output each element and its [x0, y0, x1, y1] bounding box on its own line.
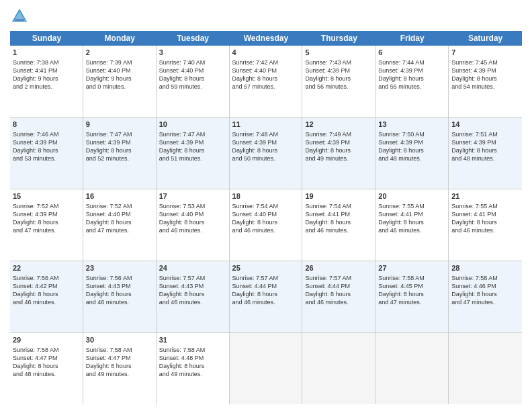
day-info: and 59 minutes.	[159, 83, 226, 91]
day-info: Sunrise: 7:38 AM	[13, 58, 80, 66]
day-info: Sunrise: 7:54 AM	[232, 202, 300, 210]
day-info: Sunset: 4:43 PM	[159, 282, 226, 290]
day-info: and 54 minutes.	[451, 83, 519, 91]
day-29: 29Sunrise: 7:58 AMSunset: 4:47 PMDayligh…	[10, 333, 83, 404]
day-3: 3Sunrise: 7:40 AMSunset: 4:40 PMDaylight…	[157, 46, 230, 117]
day-number: 2	[86, 48, 153, 58]
day-info: and 48 minutes.	[378, 154, 445, 163]
day-5: 5Sunrise: 7:43 AMSunset: 4:39 PMDaylight…	[302, 46, 375, 117]
day-8: 8Sunrise: 7:46 AMSunset: 4:39 PMDaylight…	[10, 118, 83, 189]
day-number: 22	[13, 263, 80, 273]
day-number: 6	[378, 48, 445, 58]
calendar-week-1: 1Sunrise: 7:38 AMSunset: 4:41 PMDaylight…	[10, 46, 522, 118]
header-day-wednesday: Wednesday	[230, 31, 303, 46]
day-info: Daylight: 9 hours	[13, 75, 80, 83]
day-info: Daylight: 9 hours	[86, 75, 153, 83]
day-info: Daylight: 8 hours	[451, 218, 519, 226]
day-info: Sunset: 4:44 PM	[232, 282, 300, 290]
day-info: Sunset: 4:47 PM	[86, 354, 153, 362]
day-info: and 46 minutes.	[232, 226, 300, 234]
calendar-header: SundayMondayTuesdayWednesdayThursdayFrid…	[10, 31, 522, 46]
day-info: and 53 minutes.	[13, 154, 80, 163]
day-1: 1Sunrise: 7:38 AMSunset: 4:41 PMDaylight…	[10, 46, 83, 117]
day-info: Sunset: 4:39 PM	[13, 138, 80, 146]
day-number: 21	[451, 191, 519, 201]
day-21: 21Sunrise: 7:55 AMSunset: 4:41 PMDayligh…	[449, 189, 522, 261]
day-info: Sunrise: 7:49 AM	[305, 130, 372, 138]
day-info: Sunset: 4:48 PM	[159, 354, 226, 362]
day-info: and 47 minutes.	[378, 298, 445, 306]
day-info: Sunset: 4:40 PM	[232, 66, 300, 75]
day-info: and 47 minutes.	[86, 226, 153, 234]
day-info: Sunrise: 7:47 AM	[86, 130, 153, 138]
day-info: Sunset: 4:40 PM	[159, 66, 226, 75]
day-info: Sunset: 4:44 PM	[305, 282, 372, 290]
day-info: Sunset: 4:47 PM	[13, 354, 80, 362]
day-info: Daylight: 8 hours	[305, 218, 372, 226]
day-info: Sunset: 4:45 PM	[378, 282, 445, 290]
day-number: 1	[13, 48, 80, 58]
day-info: Sunset: 4:39 PM	[13, 210, 80, 218]
day-number: 4	[232, 48, 300, 58]
day-info: Sunrise: 7:51 AM	[451, 130, 519, 138]
day-info: and 46 minutes.	[305, 298, 372, 306]
day-info: Sunset: 4:41 PM	[451, 210, 519, 218]
empty-cell	[449, 333, 522, 404]
day-15: 15Sunrise: 7:52 AMSunset: 4:39 PMDayligh…	[10, 189, 83, 261]
day-number: 31	[159, 335, 226, 345]
day-info: and 49 minutes.	[305, 154, 372, 163]
day-info: Sunset: 4:41 PM	[13, 66, 80, 75]
day-info: Daylight: 8 hours	[13, 290, 80, 298]
day-info: Daylight: 8 hours	[378, 75, 445, 83]
day-info: and 46 minutes.	[13, 298, 80, 306]
day-info: Sunrise: 7:44 AM	[378, 58, 445, 66]
day-info: Sunset: 4:39 PM	[305, 138, 372, 146]
day-20: 20Sunrise: 7:55 AMSunset: 4:41 PMDayligh…	[375, 189, 449, 261]
day-23: 23Sunrise: 7:56 AMSunset: 4:43 PMDayligh…	[83, 261, 157, 332]
day-info: Daylight: 8 hours	[232, 75, 300, 83]
day-info: Daylight: 8 hours	[86, 146, 153, 154]
day-info: and 0 minutes.	[86, 83, 153, 91]
day-number: 5	[305, 48, 372, 58]
day-number: 29	[13, 335, 80, 345]
day-17: 17Sunrise: 7:53 AMSunset: 4:40 PMDayligh…	[157, 189, 230, 261]
day-info: Daylight: 8 hours	[13, 362, 80, 370]
day-info: Daylight: 8 hours	[451, 75, 519, 83]
day-info: Sunrise: 7:52 AM	[13, 202, 80, 210]
calendar-week-4: 22Sunrise: 7:56 AMSunset: 4:42 PMDayligh…	[10, 261, 522, 333]
day-info: Sunrise: 7:57 AM	[159, 274, 226, 282]
day-info: Sunset: 4:46 PM	[451, 282, 519, 290]
day-info: and 46 minutes.	[86, 298, 153, 306]
day-info: and 52 minutes.	[86, 154, 153, 163]
day-info: Daylight: 8 hours	[232, 146, 300, 154]
day-number: 23	[86, 263, 153, 273]
day-info: and 46 minutes.	[305, 226, 372, 234]
day-number: 26	[305, 263, 372, 273]
day-number: 9	[86, 120, 153, 130]
header-day-monday: Monday	[83, 31, 157, 46]
day-info: Daylight: 8 hours	[232, 218, 300, 226]
day-info: Sunrise: 7:58 AM	[86, 346, 153, 354]
page-container: SundayMondayTuesdayWednesdayThursdayFrid…	[0, 0, 532, 411]
day-22: 22Sunrise: 7:56 AMSunset: 4:42 PMDayligh…	[10, 261, 83, 332]
day-info: Sunset: 4:39 PM	[86, 138, 153, 146]
day-info: and 50 minutes.	[232, 154, 300, 163]
day-number: 17	[159, 191, 226, 201]
day-info: Daylight: 8 hours	[86, 218, 153, 226]
day-info: and 47 minutes.	[13, 226, 80, 234]
day-info: Sunrise: 7:46 AM	[13, 130, 80, 138]
day-7: 7Sunrise: 7:45 AMSunset: 4:39 PMDaylight…	[449, 46, 522, 117]
day-info: Daylight: 8 hours	[451, 146, 519, 154]
day-number: 10	[159, 120, 226, 130]
day-info: Sunset: 4:39 PM	[451, 66, 519, 75]
day-info: Sunrise: 7:53 AM	[159, 202, 226, 210]
day-info: Daylight: 8 hours	[159, 75, 226, 83]
day-info: Sunrise: 7:58 AM	[159, 346, 226, 354]
day-info: Sunrise: 7:39 AM	[86, 58, 153, 66]
day-number: 16	[86, 191, 153, 201]
day-info: and 48 minutes.	[13, 370, 80, 378]
day-info: Daylight: 8 hours	[305, 146, 372, 154]
day-info: Daylight: 8 hours	[86, 362, 153, 370]
day-info: and 46 minutes.	[159, 298, 226, 306]
day-info: Daylight: 8 hours	[305, 290, 372, 298]
